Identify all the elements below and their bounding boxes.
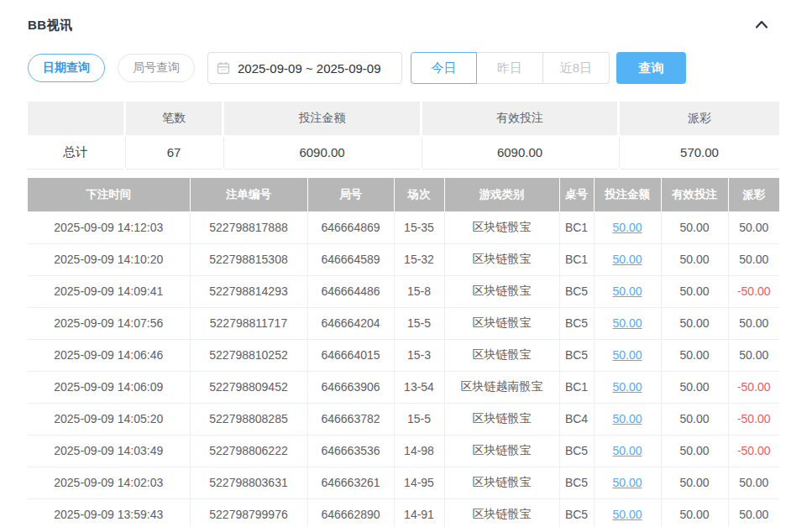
cell-bet-time: 2025-09-09 14:02:03: [28, 467, 190, 498]
cell-session: 15-5: [394, 307, 444, 339]
cell-payout: 50.00: [728, 243, 779, 275]
cell-table-no: BC5: [559, 339, 594, 371]
cell-session: 15-3: [394, 339, 444, 371]
cell-valid-bet: 50.00: [661, 307, 728, 339]
cell-payout: -50.00: [728, 371, 779, 403]
cell-order-no: 522798817888: [190, 211, 307, 243]
cell-valid-bet: 50.00: [661, 371, 728, 403]
cell-valid-bet: 50.00: [661, 275, 728, 307]
table-row: 2025-09-09 14:06:09 522798809452 6466639…: [28, 371, 779, 403]
cell-bet-time: 2025-09-09 14:05:20: [28, 403, 190, 435]
cell-game-type: 区块链骰宝: [444, 435, 559, 467]
cell-bet-time: 2025-09-09 14:07:56: [28, 307, 190, 339]
col-game-type: 游戏类别: [444, 178, 559, 211]
collapse-button[interactable]: [751, 18, 773, 34]
col-table-no: 桌号: [559, 178, 594, 211]
cell-payout: 50.00: [728, 307, 779, 339]
bet-amount-link[interactable]: 50.00: [612, 284, 642, 298]
summary-header-valid-bet: 有效投注: [422, 102, 617, 135]
bet-amount-link[interactable]: 50.00: [612, 316, 642, 330]
calendar-icon: [217, 61, 230, 75]
cell-table-no: BC5: [559, 498, 594, 527]
cell-table-no: BC5: [559, 307, 594, 339]
cell-bet-time: 2025-09-09 14:06:46: [28, 339, 190, 371]
bet-amount-link[interactable]: 50.00: [612, 412, 642, 425]
cell-payout: 50.00: [728, 339, 779, 371]
cell-table-no: BC1: [559, 371, 594, 403]
table-row: 2025-09-09 14:06:46 522798810252 6466640…: [28, 339, 779, 371]
cell-session: 14-91: [394, 498, 444, 527]
date-query-pill[interactable]: 日期查询: [28, 54, 105, 82]
cell-session: 14-95: [394, 467, 444, 498]
bet-amount-link[interactable]: 50.00: [612, 253, 642, 266]
cell-payout: 50.00: [728, 467, 779, 498]
cell-bet-time: 2025-09-09 13:59:43: [28, 498, 190, 527]
cell-bet-amount: 50.00: [594, 307, 661, 339]
cell-game-type: 区块链骰宝: [444, 307, 559, 339]
col-bet-amount: 投注金额: [594, 178, 661, 211]
records-header: 下注时间 注单编号 局号 场次 游戏类别 桌号 投注金额 有效投注 派彩: [28, 178, 779, 211]
date-range-input[interactable]: 2025-09-09 ~ 2025-09-09: [207, 52, 402, 84]
cell-game-type: 区块链骰宝: [444, 498, 559, 527]
cell-session: 14-98: [394, 435, 444, 467]
round-query-pill[interactable]: 局号查询: [118, 54, 195, 82]
cell-round-no: 646663782: [307, 403, 394, 435]
quick-button-last8days[interactable]: 近8日: [543, 52, 610, 84]
cell-table-no: BC5: [559, 275, 594, 307]
col-bet-time: 下注时间: [28, 178, 190, 211]
cell-bet-time: 2025-09-09 14:10:20: [28, 243, 190, 275]
chevron-up-icon: [754, 19, 769, 29]
cell-valid-bet: 50.00: [661, 467, 728, 498]
cell-valid-bet: 50.00: [661, 435, 728, 467]
quick-button-yesterday[interactable]: 昨日: [477, 52, 543, 84]
summary-header-empty: [28, 102, 123, 135]
bet-amount-link[interactable]: 50.00: [612, 476, 642, 489]
cell-valid-bet: 50.00: [661, 339, 728, 371]
date-range-value: 2025-09-09 ~ 2025-09-09: [238, 61, 381, 76]
cell-table-no: BC4: [559, 403, 594, 435]
bet-amount-link[interactable]: 50.00: [612, 380, 642, 394]
table-row: 2025-09-09 14:07:56 522798811717 6466642…: [28, 307, 779, 339]
cell-round-no: 646664204: [307, 307, 394, 339]
cell-order-no: 522798808285: [190, 403, 307, 435]
col-valid-bet: 有效投注: [661, 178, 728, 211]
cell-round-no: 646662890: [307, 498, 394, 527]
cell-order-no: 522798809452: [190, 371, 307, 403]
quick-button-today[interactable]: 今日: [411, 52, 477, 84]
cell-bet-amount: 50.00: [594, 371, 661, 403]
cell-order-no: 522798803631: [190, 467, 307, 498]
cell-payout: 50.00: [728, 211, 779, 243]
cell-bet-time: 2025-09-09 14:09:41: [28, 275, 190, 307]
cell-valid-bet: 50.00: [661, 403, 728, 435]
cell-valid-bet: 50.00: [661, 498, 728, 527]
cell-game-type: 区块链骰宝: [444, 403, 559, 435]
records-tbody: 2025-09-09 14:12:03 522798817888 6466648…: [28, 211, 779, 527]
cell-bet-amount: 50.00: [594, 435, 661, 467]
summary-total-payout: 570.00: [620, 135, 779, 170]
filter-bar: 日期查询 局号查询 2025-09-09 ~ 2025-09-09 今日 昨日 …: [28, 52, 779, 84]
search-button[interactable]: 查询: [616, 52, 686, 84]
summary-total-label: 总计: [28, 135, 123, 170]
cell-table-no: BC5: [559, 467, 594, 498]
cell-round-no: 646664015: [307, 339, 394, 371]
cell-order-no: 522798799976: [190, 498, 307, 527]
table-row: 2025-09-09 14:03:49 522798806222 6466635…: [28, 435, 779, 467]
summary-total-bet-amount: 6090.00: [224, 135, 420, 170]
cell-bet-amount: 50.00: [594, 403, 661, 435]
cell-round-no: 646663261: [307, 467, 394, 498]
cell-bet-amount: 50.00: [594, 498, 661, 527]
col-round-no: 局号: [307, 178, 394, 211]
bet-amount-link[interactable]: 50.00: [612, 221, 642, 234]
col-payout: 派彩: [728, 178, 779, 211]
bet-amount-link[interactable]: 50.00: [612, 444, 642, 457]
cell-game-type: 区块链骰宝: [444, 467, 559, 498]
table-row: 2025-09-09 13:59:43 522798799976 6466628…: [28, 498, 779, 527]
summary-header-count: 笔数: [126, 102, 222, 135]
cell-bet-time: 2025-09-09 14:12:03: [28, 211, 190, 243]
bet-amount-link[interactable]: 50.00: [612, 348, 642, 362]
cell-bet-amount: 50.00: [594, 339, 661, 371]
cell-payout: 50.00: [728, 498, 779, 527]
cell-table-no: BC1: [559, 243, 594, 275]
bet-amount-link[interactable]: 50.00: [612, 508, 642, 521]
cell-game-type: 区块链骰宝: [444, 211, 559, 243]
